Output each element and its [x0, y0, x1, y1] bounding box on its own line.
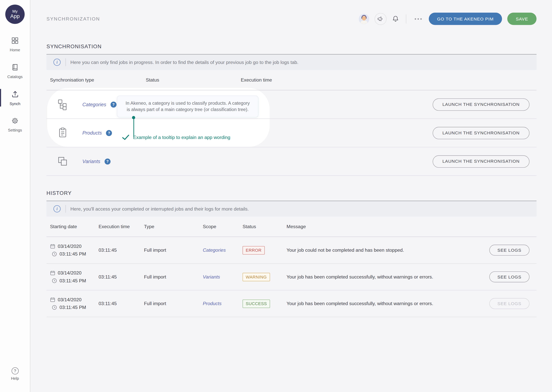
sync-info-banner: i Here you can only find jobs in progres…: [46, 55, 537, 70]
launch-sync-button[interactable]: LAUNCH THE SYNCHRONISATION: [433, 127, 530, 139]
launch-sync-button[interactable]: LAUNCH THE SYNCHRONISATION: [433, 155, 530, 168]
sidebar-item-label: Catalogs: [7, 74, 23, 79]
clock-icon: [52, 251, 57, 257]
launch-sync-button[interactable]: LAUNCH THE SYNCHRONISATION: [433, 98, 530, 111]
calendar-icon: [50, 297, 55, 302]
overflow-menu-icon[interactable]: [414, 18, 422, 20]
gear-icon: [11, 117, 19, 126]
time-line: 03:11:45 PM: [52, 278, 99, 283]
topbar-actions: GO TO THE AKENEO PIM SAVE: [359, 13, 537, 25]
sidebar-item-settings[interactable]: Settings: [0, 114, 30, 135]
tooltip-annotation-text: Example of a tooltip to explain an app w…: [133, 134, 230, 140]
history-row: 03/14/2020 03:11:45 PM 03:11:45 Full imp…: [46, 290, 537, 317]
variants-layers-icon: [57, 155, 69, 167]
sync-info-text: Here you can only find jobs in progress.…: [70, 60, 298, 65]
history-table: Starting date Execution time Type Scope …: [46, 217, 537, 317]
status-badge: SUCCESS: [243, 299, 270, 308]
type-cell: Full import: [144, 274, 203, 280]
app-logo[interactable]: My App: [5, 5, 25, 24]
sidebar: My App Home Cat: [0, 0, 30, 392]
tooltip-connector-line: [133, 119, 134, 137]
tooltip-annotation: Example of a tooltip to explain an app w…: [122, 134, 230, 140]
type-cell: Full import: [144, 247, 203, 253]
announcements-button[interactable]: [374, 13, 386, 25]
main-content: SYNCHRONIZATION: [31, 0, 552, 317]
sidebar-item-help[interactable]: ? Help: [0, 364, 30, 384]
status-badge: WARNING: [243, 273, 270, 281]
column-header-status: Status: [146, 77, 241, 83]
starting-date-cell: 03/14/2020 03:11:45 PM: [50, 244, 99, 257]
help-tooltip-icon[interactable]: ?: [104, 158, 110, 164]
execution-time-cell: 03:11:45: [99, 247, 144, 253]
section-title-synchronisation: SYNCHRONISATION: [46, 43, 537, 55]
help-icon: ?: [12, 367, 19, 374]
column-header-execution-time: Execution time: [241, 77, 537, 83]
history-section: HISTORY i Here, you'll access your compl…: [46, 190, 537, 317]
status-badge: ERROR: [243, 246, 265, 254]
history-info-banner: i Here, you'll access your completed or …: [46, 201, 537, 217]
history-row: 03/14/2020 03:11:45 PM 03:11:45 Full imp…: [46, 237, 537, 264]
help-tooltip-icon[interactable]: ?: [106, 130, 112, 136]
sync-type-label: Variants: [82, 159, 100, 164]
go-to-pim-button[interactable]: GO TO THE AKENEO PIM: [429, 13, 502, 25]
sync-table-header: Synchronisation type Status Execution ti…: [46, 70, 537, 91]
date-line: 03/14/2020: [50, 297, 99, 302]
app-logo-line2: App: [10, 14, 20, 19]
divider: [406, 14, 406, 23]
notifications-icon[interactable]: [392, 15, 399, 23]
help-tooltip-icon[interactable]: ?: [110, 101, 116, 107]
tooltip-text: In Akeneo, a category is used to classif…: [124, 100, 251, 113]
column-header-execution-time: Execution time: [99, 224, 144, 229]
message-cell: Your job could not be completed and has …: [287, 247, 489, 253]
divider: [65, 58, 66, 66]
sync-type-cell: Variants ?: [50, 155, 146, 167]
info-icon: i: [53, 205, 61, 212]
topbar: SYNCHRONIZATION: [46, 0, 537, 25]
see-logs-button[interactable]: SEE LOGS: [489, 271, 529, 282]
execution-time-cell: 03:11:45: [99, 301, 144, 306]
history-row: 03/14/2020 03:11:45 PM 03:11:45 Full imp…: [46, 264, 537, 291]
see-logs-button-disabled: SEE LOGS: [489, 298, 529, 309]
megaphone-icon: [377, 15, 384, 22]
message-cell: Your job has been completed successfully…: [287, 301, 489, 306]
clock-icon: [52, 305, 57, 310]
app-logo-line1: My: [13, 9, 18, 14]
products-clipboard-icon: [57, 127, 69, 139]
user-avatar[interactable]: [359, 14, 369, 24]
time-line: 03:11:45 PM: [52, 251, 99, 257]
sidebar-item-label: Help: [11, 376, 19, 380]
save-button[interactable]: SAVE: [507, 13, 537, 25]
sidebar-item-catalogs[interactable]: Catalogs: [0, 61, 30, 82]
starting-date-cell: 03/14/2020 03:11:45 PM: [50, 270, 99, 283]
sidebar-item-label: Home: [10, 48, 20, 52]
sync-type-label: Categories: [82, 102, 106, 107]
clock-icon: [52, 278, 57, 283]
sidebar-item-home[interactable]: Home: [0, 34, 30, 55]
home-icon: [11, 36, 19, 46]
time-line: 03:11:45 PM: [52, 305, 99, 310]
section-title-history: HISTORY: [46, 190, 537, 201]
calendar-icon: [50, 244, 55, 249]
scope-link[interactable]: Categories: [203, 247, 243, 253]
tooltip: In Akeneo, a category is used to classif…: [117, 96, 258, 118]
scope-link[interactable]: Products: [203, 301, 243, 306]
synch-upload-icon: [11, 90, 19, 99]
see-logs-button[interactable]: SEE LOGS: [489, 245, 529, 256]
history-info-text: Here, you'll access your completed or in…: [70, 206, 249, 211]
starting-date-cell: 03/14/2020 03:11:45 PM: [50, 297, 99, 310]
sidebar-nav: Home Catalogs Synch: [0, 34, 30, 135]
sidebar-item-synch[interactable]: Synch: [0, 87, 30, 108]
column-header-scope: Scope: [203, 224, 243, 229]
info-icon: i: [53, 59, 61, 66]
column-header-message: Message: [287, 224, 537, 229]
column-header-starting-date: Starting date: [50, 224, 99, 229]
column-header-type: Type: [144, 224, 203, 229]
synchronisation-section: SYNCHRONISATION i Here you can only find…: [46, 43, 537, 176]
divider: [65, 205, 66, 213]
app-window: My App Home Cat: [0, 0, 552, 392]
page-title: SYNCHRONIZATION: [46, 16, 100, 21]
scope-link[interactable]: Variants: [203, 274, 243, 280]
sidebar-item-label: Synch: [10, 101, 20, 106]
type-cell: Full import: [144, 301, 203, 306]
sidebar-item-label: Settings: [8, 128, 22, 132]
